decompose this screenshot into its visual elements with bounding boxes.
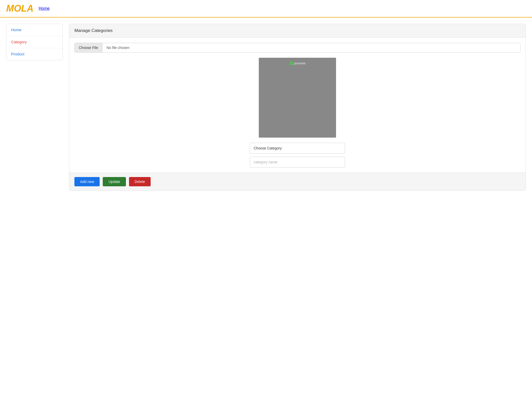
sidebar-item-home[interactable]: Home: [6, 24, 63, 36]
preview-alt-text: preview: [294, 61, 306, 65]
add-new-button[interactable]: Add new: [74, 177, 100, 186]
delete-button[interactable]: Delete: [129, 177, 151, 186]
form-fields: Choose Category: [250, 143, 345, 167]
preview-container: preview: [74, 58, 520, 138]
file-name-display: No file chosen: [102, 43, 520, 52]
sidebar-item-category[interactable]: Category: [6, 36, 63, 48]
panel-footer: Add new Update Delete: [69, 173, 526, 190]
sidebar: Home Category Product: [6, 24, 63, 60]
sidebar-link-category[interactable]: Category: [11, 40, 27, 44]
content-panel: Manage Categories Choose File No file ch…: [69, 24, 526, 191]
choose-file-button[interactable]: Choose File: [75, 43, 102, 52]
preview-box: preview: [259, 58, 336, 138]
preview-label: preview: [289, 61, 306, 65]
category-name-input[interactable]: [250, 157, 345, 167]
panel-header: Manage Categories: [69, 24, 526, 38]
preview-icon: [289, 62, 293, 65]
panel-title: Manage Categories: [74, 28, 113, 33]
app-header: MOLA Home: [0, 0, 532, 18]
header-home-link[interactable]: Home: [39, 6, 50, 11]
file-input-row: Choose File No file chosen: [74, 43, 520, 53]
app-logo: MOLA: [6, 3, 33, 14]
choose-category-select[interactable]: Choose Category: [250, 143, 345, 154]
sidebar-link-product[interactable]: Product: [11, 52, 24, 56]
panel-body: Choose File No file chosen preview Choos…: [69, 38, 526, 173]
header-nav: Home: [39, 6, 50, 11]
update-button[interactable]: Update: [103, 177, 126, 186]
main-layout: Home Category Product Manage Categories …: [0, 18, 532, 197]
sidebar-link-home[interactable]: Home: [11, 28, 21, 32]
sidebar-item-product[interactable]: Product: [6, 48, 63, 60]
